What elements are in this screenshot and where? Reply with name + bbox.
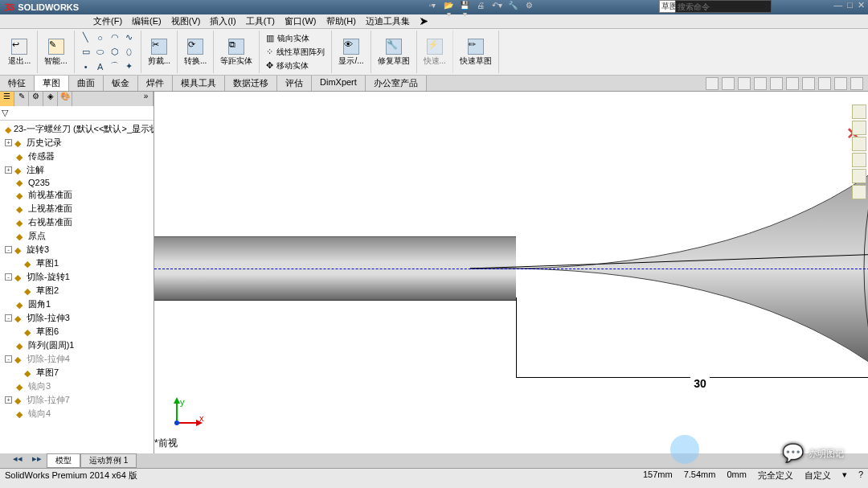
rect-icon[interactable]: ▭ <box>80 46 92 59</box>
feature-tree[interactable]: ◆23-一字螺丝刀 (默认<<默认>_显示状态 +◆历史记录◆传感器+◆注解◆Q… <box>0 121 154 453</box>
display-button[interactable]: 👁显示/... <box>337 37 365 67</box>
offset-button[interactable]: ⧉等距实体 <box>219 37 254 67</box>
tab-sheetmetal[interactable]: 钣金 <box>104 76 138 91</box>
tree-item[interactable]: -◆旋转3 <box>2 243 152 256</box>
menu-tools[interactable]: 工具(T) <box>241 15 280 27</box>
menu-window[interactable]: 窗口(W) <box>280 15 321 27</box>
menu-maidi[interactable]: 迈迪工具集 <box>361 15 415 27</box>
expand-icon[interactable]: - <box>5 314 12 322</box>
appearances-tab-icon[interactable] <box>852 169 866 183</box>
view-orientation-icon[interactable] <box>770 77 783 90</box>
status-chevron-icon[interactable]: ▾ <box>842 470 847 482</box>
tree-root[interactable]: ◆23-一字螺丝刀 (默认<<默认>_显示状态 <box>2 122 152 136</box>
save-icon[interactable]: 💾▾ <box>458 1 471 14</box>
convert-button[interactable]: ⟳转换... <box>182 37 208 67</box>
tree-item[interactable]: ◆草图7 <box>2 366 152 379</box>
print-icon[interactable]: 🖨 <box>474 1 487 14</box>
design-library-tab-icon[interactable] <box>852 121 866 135</box>
maximize-button[interactable]: □ <box>847 0 853 10</box>
menu-expand-icon[interactable]: ⮞ <box>415 17 433 27</box>
orientation-triad[interactable]: y x <box>170 397 203 429</box>
tree-item[interactable]: ◆阵列(圆周)1 <box>2 338 152 352</box>
zoom-area-icon[interactable] <box>722 77 735 90</box>
polygon-icon[interactable]: ⬡ <box>108 46 121 59</box>
menu-edit[interactable]: 编辑(E) <box>127 15 166 27</box>
menu-file[interactable]: 文件(F) <box>88 15 127 27</box>
tab-office[interactable]: 办公室产品 <box>366 76 427 91</box>
status-custom[interactable]: 自定义 <box>805 470 831 482</box>
tree-item[interactable]: ◆镜向4 <box>2 407 152 420</box>
tree-item[interactable]: +◆历史记录 <box>2 136 152 150</box>
tree-item[interactable]: ◆草图1 <box>2 256 152 270</box>
menu-help[interactable]: 帮助(H) <box>321 15 361 27</box>
expand-icon[interactable]: + <box>5 396 12 404</box>
expand-icon[interactable]: + <box>5 166 12 174</box>
view-settings-icon[interactable] <box>850 77 863 90</box>
tree-item[interactable]: ◆右视基准面 <box>2 215 152 229</box>
display-style-icon[interactable] <box>786 77 799 90</box>
text-icon[interactable]: A <box>94 60 107 73</box>
custom-props-tab-icon[interactable] <box>852 185 866 199</box>
config-manager-tab-icon[interactable]: ⚙ <box>29 92 43 106</box>
undo-icon[interactable]: ↶▾ <box>490 1 503 14</box>
rapid-sketch-button[interactable]: ✏快速草图 <box>458 37 493 67</box>
trim-button[interactable]: ✂剪裁... <box>146 37 172 67</box>
tree-item[interactable]: ◆传感器 <box>2 150 152 163</box>
options-icon[interactable]: ⚙ <box>522 1 535 14</box>
tab-surfaces[interactable]: 曲面 <box>69 76 104 91</box>
status-help-icon[interactable]: ? <box>858 470 863 482</box>
tree-item[interactable]: ◆Q235 <box>2 177 152 188</box>
tab-nav-right-icon[interactable]: ▸▸ <box>27 453 47 468</box>
dimension-horizontal[interactable]: 30 <box>516 377 868 391</box>
expand-icon[interactable]: - <box>5 355 12 363</box>
tree-item[interactable]: +◆切除-拉伸7 <box>2 393 152 407</box>
repair-button[interactable]: 🔧修复草图 <box>376 37 411 67</box>
exit-sketch-button[interactable]: ↩ 退出... <box>6 37 32 67</box>
tree-item[interactable]: ◆圆角1 <box>2 297 152 311</box>
expand-icon[interactable]: - <box>5 273 12 281</box>
tab-features[interactable]: 特征 <box>0 76 35 91</box>
tree-item[interactable]: ◆草图6 <box>2 325 152 338</box>
plane-icon[interactable]: ✦ <box>123 60 136 73</box>
display-manager-tab-icon[interactable]: 🎨 <box>58 92 72 106</box>
tab-evaluate[interactable]: 评估 <box>277 76 312 91</box>
tree-item[interactable]: ◆上视基准面 <box>2 202 152 215</box>
minimize-button[interactable]: — <box>833 0 842 10</box>
tree-item[interactable]: +◆注解 <box>2 163 152 177</box>
arc-icon[interactable]: ◠ <box>108 31 121 44</box>
new-icon[interactable]: ▫▾ <box>426 1 439 14</box>
ellipse-icon[interactable]: ⬯ <box>123 46 136 59</box>
file-explorer-tab-icon[interactable] <box>852 137 866 151</box>
tree-item[interactable]: ◆镜向3 <box>2 379 152 393</box>
move-button[interactable]: ✥移动实体 <box>264 59 310 72</box>
view-palette-tab-icon[interactable] <box>852 153 866 167</box>
circle-icon[interactable]: ○ <box>94 31 107 44</box>
tab-weldments[interactable]: 焊件 <box>138 76 173 91</box>
prev-view-icon[interactable] <box>738 77 751 90</box>
property-manager-tab-icon[interactable]: ✎ <box>14 92 29 106</box>
menu-view[interactable]: 视图(V) <box>166 15 206 27</box>
tree-item[interactable]: ◆前视基准面 <box>2 188 152 202</box>
line-icon[interactable]: ╲ <box>80 31 92 44</box>
open-icon[interactable]: 📂▾ <box>442 1 455 14</box>
model-tab[interactable]: 模型 <box>47 453 80 468</box>
expand-icon[interactable]: - <box>5 246 12 253</box>
scene-icon[interactable] <box>834 77 847 90</box>
point-icon[interactable]: • <box>80 60 92 73</box>
tab-nav-left-icon[interactable]: ◂◂ <box>8 453 27 468</box>
dimxpert-tab-icon[interactable]: ◈ <box>43 92 58 106</box>
menu-insert[interactable]: 插入(I) <box>205 15 240 27</box>
search-input[interactable] <box>675 0 772 13</box>
close-button[interactable]: ✕ <box>858 0 865 10</box>
section-view-icon[interactable] <box>754 77 767 90</box>
zoom-fit-icon[interactable] <box>706 77 719 90</box>
feature-tree-tab-icon[interactable]: ☰ <box>0 92 14 106</box>
tree-item[interactable]: ◆草图2 <box>2 284 152 297</box>
mirror-button[interactable]: ▥镜向实体 <box>264 31 311 45</box>
resources-tab-icon[interactable] <box>852 105 866 119</box>
appearance-icon[interactable] <box>818 77 831 90</box>
tree-item[interactable]: ◆原点 <box>2 229 152 243</box>
filter-icon[interactable]: ▽ <box>0 106 154 121</box>
rebuild-icon[interactable]: 🔧 <box>506 1 519 14</box>
graphics-area[interactable]: 30 0.20 y x *前视 ✕ <box>154 92 868 453</box>
